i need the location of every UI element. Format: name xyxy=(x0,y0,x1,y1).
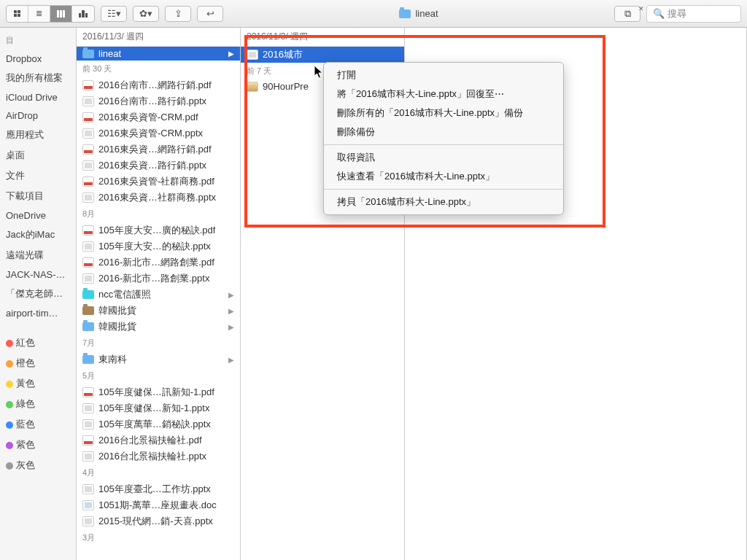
folder-brown-icon xyxy=(82,306,94,315)
menu-item[interactable]: 將「2016城市科大-Line.pptx」回復至⋯ xyxy=(324,85,563,104)
sidebar-item[interactable]: 遠端光碟 xyxy=(0,245,76,265)
back-button[interactable]: ↩ xyxy=(197,6,223,22)
file-row[interactable]: 韓國批貨▶ xyxy=(77,303,240,319)
file-row[interactable]: 2016台北景福扶輪社.pdf xyxy=(77,432,240,448)
file-row[interactable]: 2016-新北市…路創業.pptx xyxy=(77,271,240,287)
file-label: 2015-現代網…銷-天喜.pptx xyxy=(98,515,213,528)
file-label: 105年度大安…廣的秘訣.pdf xyxy=(98,224,215,237)
file-row[interactable]: 2016東吳資…社群商務.pptx xyxy=(77,190,240,206)
tag-dot-icon xyxy=(6,442,13,449)
sidebar-item[interactable]: 桌面 xyxy=(0,145,76,166)
columns-view-button[interactable] xyxy=(50,6,72,22)
pptx-icon xyxy=(82,160,94,171)
menu-item[interactable]: 取得資訊 xyxy=(324,148,563,167)
pdf-icon xyxy=(82,387,94,397)
menu-item[interactable]: 打開 xyxy=(324,66,563,85)
file-row[interactable]: 2016台南市…網路行銷.pdf xyxy=(77,77,240,93)
sidebar-item[interactable]: JACK-NAS-… xyxy=(0,265,76,284)
tag-dot-icon xyxy=(6,381,13,388)
sidebar-item[interactable]: Jack的iMac xyxy=(0,225,76,245)
sidebar-tag[interactable]: 藍色 xyxy=(0,414,76,435)
search-icon: 🔍 xyxy=(653,8,665,19)
menu-item[interactable]: 刪除備份 xyxy=(324,122,563,141)
file-row[interactable]: 韓國批貨▶ xyxy=(77,319,240,335)
sidebar-tag[interactable]: 橙色 xyxy=(0,353,76,373)
list-view-button[interactable]: ≣ xyxy=(28,6,50,22)
file-row[interactable]: 1051期-萬華…座規畫表.doc xyxy=(77,497,240,513)
folder-icon xyxy=(82,50,94,58)
file-label: 2016台北景福扶輪社.pdf xyxy=(98,434,202,447)
search-field[interactable]: 🔍 搜尋 xyxy=(646,5,741,23)
col2-selected-row[interactable]: 2016城市 xyxy=(241,47,404,63)
sidebar-tag[interactable]: 綠色 xyxy=(0,394,76,414)
sidebar-tag[interactable]: 灰色 xyxy=(0,455,76,475)
pptx-icon xyxy=(82,241,94,252)
sidebar-item[interactable]: 下載項目 xyxy=(0,186,76,206)
file-row[interactable]: 2016台南市…路行銷.pptx xyxy=(77,93,240,109)
tag-dot-icon xyxy=(6,421,13,429)
pptx-icon xyxy=(82,273,94,284)
file-row[interactable]: 2016東吳資管-社群商務.pdf xyxy=(77,174,240,190)
file-label: 2016東吳資…社群商務.pptx xyxy=(98,191,216,204)
sidebar-tag[interactable]: 紅色 xyxy=(0,332,76,353)
coverflow-view-button[interactable] xyxy=(72,6,94,22)
chevron-right-icon: ▶ xyxy=(228,291,234,299)
context-menu: 打開將「2016城市科大-Line.pptx」回復至⋯刪除所有的「2016城市科… xyxy=(323,62,564,215)
col2-date: 2016/11/3/ 週四 xyxy=(241,28,404,47)
folder-icon xyxy=(82,355,94,364)
file-row[interactable]: 東南科▶ xyxy=(77,351,240,368)
file-row[interactable]: 105年度健保…訊新知-1.pdf xyxy=(77,384,240,400)
pptx-icon xyxy=(82,451,94,462)
file-row[interactable]: 2016-新北市…網路創業.pdf xyxy=(77,254,240,271)
sidebar-tag[interactable]: 紫色 xyxy=(0,435,76,455)
sidebar-item[interactable]: AirDrop xyxy=(0,106,76,125)
sidebar-item[interactable]: 「傑克老師… xyxy=(0,284,76,304)
sidebar-item[interactable]: 我的所有檔案 xyxy=(0,68,76,88)
pdf-icon xyxy=(82,225,94,236)
menu-item[interactable]: 拷貝「2016城市科大-Line.pptx」 xyxy=(324,192,563,211)
dropbox-button[interactable]: ⧉ xyxy=(614,6,640,22)
folder-icon xyxy=(399,9,411,18)
file-row[interactable]: 105年度臺北…工作坊.pptx xyxy=(77,481,240,497)
file-row[interactable]: 2015-現代網…銷-天喜.pptx xyxy=(77,513,240,529)
file-label: 105年度健保…新知-1.pptx xyxy=(98,402,209,415)
file-label: 東南科 xyxy=(98,353,127,366)
actions-button[interactable]: ✿▾ xyxy=(133,6,159,22)
file-label: 2016台北景福扶輪社.pptx xyxy=(98,450,206,463)
file-row[interactable]: 2016東吳資管-CRM.pptx xyxy=(77,125,240,141)
sidebar-item[interactable]: Dropbox xyxy=(0,50,76,68)
menu-separator xyxy=(324,144,563,145)
icon-view-button[interactable] xyxy=(7,6,28,22)
arrange-button[interactable]: ☷▾ xyxy=(101,6,127,22)
group-header: 4月 xyxy=(77,464,240,481)
file-label: 105年度臺北…工作坊.pptx xyxy=(98,483,211,496)
file-row[interactable]: ncc電信護照▶ xyxy=(77,287,240,303)
file-row[interactable]: 105年度萬華…銷秘訣.pptx xyxy=(77,416,240,432)
title-text: lineat xyxy=(415,8,438,19)
sidebar-item[interactable]: OneDrive xyxy=(0,206,76,225)
pptx-icon xyxy=(82,484,94,494)
file-row[interactable]: 2016東吳資…網路行銷.pdf xyxy=(77,141,240,158)
sidebar-item[interactable]: airport-tim… xyxy=(0,304,76,322)
file-label: 105年度萬華…銷秘訣.pptx xyxy=(98,418,211,431)
pptx-icon xyxy=(82,403,94,413)
col1-selected-row[interactable]: lineat ▶ xyxy=(77,47,240,61)
file-row[interactable]: 2016東吳資…路行銷.pptx xyxy=(77,158,240,174)
file-row[interactable]: 105年度健保…新知-1.pptx xyxy=(77,400,240,416)
menu-item[interactable]: 刪除所有的「2016城市科大-Line.pptx」備份 xyxy=(324,104,563,122)
sidebar-item[interactable]: 文件 xyxy=(0,166,76,186)
sidebar-tag[interactable]: 黃色 xyxy=(0,373,76,394)
share-button[interactable]: ⇪ xyxy=(165,6,191,22)
doc-icon xyxy=(82,500,94,510)
sidebar-item[interactable]: iCloud Drive xyxy=(0,88,76,106)
file-row[interactable]: 2016東吳資管-CRM.pdf xyxy=(77,109,240,125)
file-row[interactable]: 105年度大安…的秘訣.pptx xyxy=(77,238,240,254)
file-row[interactable]: 2016台北景福扶輪社.pptx xyxy=(77,448,240,464)
back-icon: ↩ xyxy=(206,8,214,19)
file-label: 105年度健保…訊新知-1.pdf xyxy=(98,386,214,399)
file-row[interactable]: 105年度大安…廣的秘訣.pdf xyxy=(77,222,240,238)
menu-item[interactable]: 快速查看「2016城市科大-Line.pptx」 xyxy=(324,167,563,186)
sidebar-item[interactable]: 應用程式 xyxy=(0,125,76,145)
pptx-icon xyxy=(82,516,94,526)
toolbar: ≣ ☷▾ ✿▾ ⇪ ↩ lineat ⧉ 🔍 搜尋 xyxy=(0,0,747,28)
